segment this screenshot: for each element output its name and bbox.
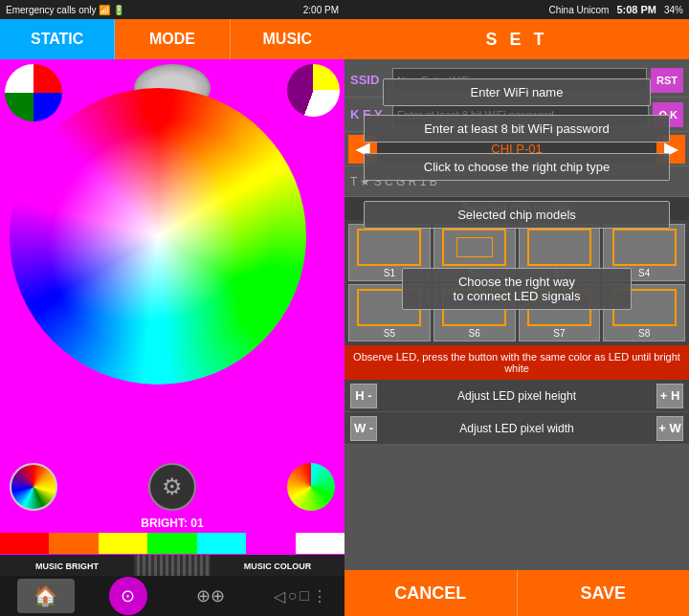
chip-cell-s2[interactable]: S2	[433, 224, 516, 281]
status-text: Emergency calls only	[6, 5, 96, 15]
w-plus-btn[interactable]: + W	[656, 416, 683, 441]
save-button[interactable]: SAVE	[517, 570, 690, 616]
type-label: T ★ S C G R 1 B	[350, 175, 683, 188]
bright-label: BRIGHT: 01	[141, 517, 203, 530]
rst-button[interactable]: RST	[651, 68, 683, 93]
w-minus-btn[interactable]: W -	[350, 416, 377, 441]
chip-selector-row: ◀ CHI P-01 ▶	[344, 132, 689, 166]
music-bright-btn[interactable]: MUSIC BRIGHT	[0, 555, 134, 578]
color-ring-right[interactable]	[287, 463, 335, 511]
tab-music[interactable]: MUSIC	[231, 19, 344, 59]
swatch-red[interactable]	[0, 533, 49, 554]
chip-cell-s3[interactable]: S3	[519, 224, 601, 281]
status-bar-right: China Unicom 5:08 PM 34%	[344, 0, 689, 19]
chip-cell-s8[interactable]: S8	[603, 284, 685, 341]
action-buttons: CANCEL SAVE	[344, 570, 689, 616]
settings-content: SSID RST K E Y O K ◀ CHI P-	[344, 59, 689, 570]
led-observe-row: Observe LED, press the button with the s…	[344, 345, 689, 380]
nav-circle-btn[interactable]: ⊙	[109, 577, 147, 615]
led-text: Observe LED, press the button with the s…	[352, 351, 681, 374]
music-visualizer	[134, 555, 211, 578]
color-ring-left[interactable]	[10, 463, 57, 511]
h-plus-btn[interactable]: + H	[656, 384, 683, 408]
battery-text: 34%	[664, 5, 683, 15]
swatch-cyan[interactable]	[197, 533, 246, 554]
w-adjust-row: W - Adjust LED pixel width + W	[344, 412, 689, 445]
key-input[interactable]	[392, 102, 649, 127]
chip-right-arrow[interactable]: ▶	[656, 135, 685, 164]
gear-button[interactable]: ⚙	[148, 463, 196, 511]
chip-cell-s5[interactable]: S5	[348, 284, 431, 341]
left-panel: STATIC MODE MUSIC ⚙	[0, 19, 344, 616]
music-controls: MUSIC BRIGHT MUSIC COLOUR	[0, 555, 344, 578]
tab-static[interactable]: STATIC	[0, 19, 115, 59]
h-minus-btn[interactable]: H -	[350, 384, 377, 408]
chip-cell-s6[interactable]: S6	[433, 284, 516, 341]
left-time: 2:00 PM	[303, 5, 339, 15]
pie-chart-left[interactable]	[5, 64, 62, 121]
carrier-text: China Unicom	[549, 5, 610, 15]
swatch-yellow[interactable]	[99, 533, 147, 554]
nav-extra: ◁ ○ □ ⋮	[274, 587, 327, 605]
ssid-input[interactable]	[392, 68, 647, 93]
ssid-row: SSID RST	[344, 63, 689, 98]
swatch-orange[interactable]	[49, 533, 98, 554]
swatch-white[interactable]	[296, 533, 344, 554]
h-adjust-row: H - Adjust LED pixel height + H	[344, 380, 689, 412]
right-time: 5:08 PM	[616, 4, 656, 15]
models-label-row: Selected chip models	[344, 197, 689, 220]
ssid-label: SSID	[350, 73, 389, 87]
tab-bar: STATIC MODE MUSIC	[0, 19, 344, 59]
h-desc: Adjust LED pixel height	[381, 389, 653, 403]
swatch-green[interactable]	[147, 533, 196, 554]
right-panel: S E T SSID RST K E Y O K	[344, 19, 689, 616]
swatches-row	[0, 533, 344, 554]
tab-mode[interactable]: MODE	[115, 19, 230, 59]
music-colour-btn[interactable]: MUSIC COLOUR	[211, 555, 344, 578]
type-row: T ★ S C G R 1 B	[344, 166, 689, 197]
nav-home-btn[interactable]: 🏠	[17, 579, 75, 613]
status-bar-left: Emergency calls only 📶 🔋 2:00 PM	[0, 0, 344, 19]
cancel-button[interactable]: CANCEL	[344, 570, 517, 616]
ok-button[interactable]: O K	[653, 102, 683, 127]
swatch-magenta[interactable]	[246, 533, 295, 554]
chip-cell-s4[interactable]: S4	[603, 224, 685, 281]
set-title: S E T	[485, 30, 547, 50]
chip-cell-s7[interactable]: S7	[519, 284, 601, 341]
chip-cell-s1[interactable]: S1	[348, 224, 431, 281]
color-wheel[interactable]	[10, 88, 306, 385]
chip-display[interactable]: CHI P-01	[377, 135, 656, 164]
right-header: S E T	[344, 19, 689, 59]
chip-grid: S1 S2 S3 S4 S5	[344, 220, 689, 345]
key-label: K E Y	[350, 107, 389, 121]
models-label: Selected chip models	[462, 202, 571, 215]
pie-chart-right[interactable]	[287, 64, 340, 117]
key-row: K E Y O K	[344, 98, 689, 132]
bottom-nav-left: 🏠 ⊙ ⊕⊕ ◁ ○ □ ⋮	[0, 576, 344, 616]
nav-share-btn[interactable]: ⊕⊕	[182, 579, 239, 613]
w-desc: Adjust LED pixel width	[381, 422, 653, 435]
chip-left-arrow[interactable]: ◀	[348, 135, 377, 164]
